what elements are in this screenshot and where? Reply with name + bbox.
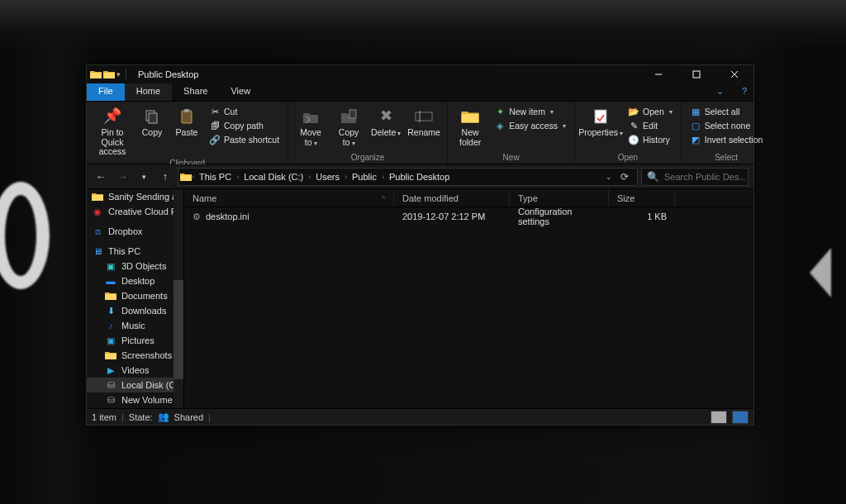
nav-item-icon: ⛁ [105,395,116,405]
sidebar-item[interactable]: ▶Videos [87,363,183,378]
qat-dropdown-icon[interactable]: ▾ [116,70,121,78]
nav-item-label: Local Disk (C:) [121,380,181,390]
cut-button[interactable]: ✂Cut [206,105,283,118]
svg-rect-7 [184,109,189,112]
select-all-button[interactable]: ▦Select all [687,105,767,118]
breadcrumb-item[interactable]: Users [311,172,345,182]
minimize-button[interactable] [639,65,677,83]
open-button[interactable]: 📂Open▾ [625,105,676,118]
copy-button[interactable]: Copy [136,103,168,138]
qat-item-icon[interactable] [103,69,115,79]
edit-button[interactable]: ✎Edit [625,119,676,132]
move-to-button[interactable]: Move to▾ [293,103,328,147]
breadcrumb-item[interactable]: Public Desktop [384,172,454,182]
pin-to-quick-access-button[interactable]: 📌 Pin to Quick access [92,103,133,157]
file-list[interactable]: ⚙desktop.ini2019-12-07 2:12 PMConfigurat… [184,207,753,408]
new-folder-button[interactable]: New folder [453,103,487,147]
column-date[interactable]: Date modified [394,189,510,207]
paste-icon [177,107,197,126]
paste-button[interactable]: Paste [171,103,202,138]
nav-item-label: Pictures [121,335,154,345]
back-button[interactable]: ← [92,168,110,186]
file-row[interactable]: ⚙desktop.ini2019-12-07 2:12 PMConfigurat… [184,207,753,226]
nav-item-label: Screenshots [121,350,172,360]
refresh-button[interactable]: ⟳ [620,171,629,183]
view-large-icons-button[interactable] [732,411,749,424]
sidebar-item[interactable]: ▣Pictures [87,333,183,348]
svg-rect-5 [149,113,157,123]
nav-item-icon: ⬇ [105,306,116,316]
column-size[interactable]: Size [609,189,675,207]
select-none-button[interactable]: ▢Select none [687,119,767,132]
nav-item-icon: 🖥 [92,246,103,256]
properties-button[interactable]: Properties▾ [580,103,621,138]
view-details-button[interactable] [711,411,727,424]
address-bar: ← → ▾ ↑ › This PC› Local Disk (C:)› User… [87,164,753,189]
ribbon-group-select: ▦Select all ▢Select none ◩Invert selecti… [682,102,772,164]
search-icon: 🔍 [647,171,659,183]
copy-path-icon: 🗐 [209,120,221,131]
breadcrumb[interactable]: › This PC› Local Disk (C:)› Users› Publi… [178,168,638,186]
file-type: Configuration settings [510,207,609,226]
file-name: desktop.ini [206,212,250,221]
help-button[interactable]: ? [735,83,753,101]
sidebar-item[interactable]: ⧈Dropbox [87,224,183,239]
column-headers: Name^ Date modified Type Size [184,189,753,207]
paste-shortcut-button[interactable]: 🔗Paste shortcut [206,133,283,146]
nav-item-label: Music [121,321,145,330]
history-icon: 🕓 [628,134,639,145]
nav-item-label: Sanity Sending a [108,192,177,202]
search-input[interactable] [664,172,778,182]
up-button[interactable]: ↑ [156,168,174,186]
rename-button[interactable]: Rename [406,103,442,138]
copy-to-icon [339,107,359,126]
status-bar: 1 item | State: 👥 Shared | [87,408,753,425]
easy-access-button[interactable]: ◈Easy access▾ [491,119,569,132]
titlebar[interactable]: ▾ Public Desktop [87,65,753,83]
nav-scrollbar-thumb[interactable] [173,280,183,379]
sidebar-item[interactable]: ⛁Local Disk (C:) [87,378,183,392]
recent-locations-button[interactable]: ▾ [135,168,153,186]
file-icon: ⚙ [192,212,201,222]
nav-item-label: Dropbox [108,226,143,236]
tab-share[interactable]: Share [172,83,219,101]
sidebar-item[interactable]: Sanity Sending a^ [87,189,183,204]
close-button[interactable] [715,65,753,83]
sidebar-item[interactable]: ⬇Downloads [87,303,183,318]
open-icon: 📂 [628,106,639,117]
sidebar-item[interactable]: ◉Creative Cloud Fil [87,204,183,219]
ribbon-collapse-button[interactable]: ⌄ [705,83,735,101]
maximize-button[interactable] [677,65,715,83]
navigation-pane[interactable]: Sanity Sending a^◉Creative Cloud Fil⧈Dro… [87,189,184,408]
status-state-value: Shared [174,412,203,422]
breadcrumb-item[interactable]: This PC [194,172,236,182]
pin-icon: 📌 [102,107,122,126]
search-box[interactable]: 🔍 [641,168,749,186]
forward-button[interactable]: → [113,168,131,186]
column-name[interactable]: Name^ [184,189,394,207]
history-button[interactable]: 🕓History [625,133,676,146]
cut-icon: ✂ [209,106,221,117]
sidebar-item[interactable]: ▬Desktop [87,273,183,288]
breadcrumb-dropdown-icon[interactable]: ⌄ [606,173,612,181]
sidebar-item[interactable]: ⛁New Volume (D: [87,392,183,407]
tab-home[interactable]: Home [125,83,172,101]
sidebar-item[interactable]: 🖥This PC [87,244,183,259]
sidebar-item[interactable]: Documents [87,288,183,303]
copy-to-button[interactable]: Copy to▾ [331,103,366,147]
nav-item-icon: ▬ [105,276,116,286]
nav-item-label: Downloads [121,306,166,316]
new-item-icon: ✦ [494,106,506,117]
breadcrumb-item[interactable]: Public [347,172,382,182]
sidebar-item[interactable]: Screenshots [87,348,183,363]
sidebar-item[interactable]: ▣3D Objects [87,259,183,273]
sidebar-item[interactable]: ♪Music [87,318,183,333]
delete-button[interactable]: ✖ Delete▾ [369,103,402,138]
copy-path-button[interactable]: 🗐Copy path [206,119,283,132]
breadcrumb-item[interactable]: Local Disk (C:) [239,172,308,182]
tab-view[interactable]: View [219,83,262,101]
new-item-button[interactable]: ✦New item▾ [491,105,569,118]
column-type[interactable]: Type [510,189,609,207]
invert-selection-button[interactable]: ◩Invert selection [687,133,767,146]
tab-file[interactable]: File [87,83,125,101]
